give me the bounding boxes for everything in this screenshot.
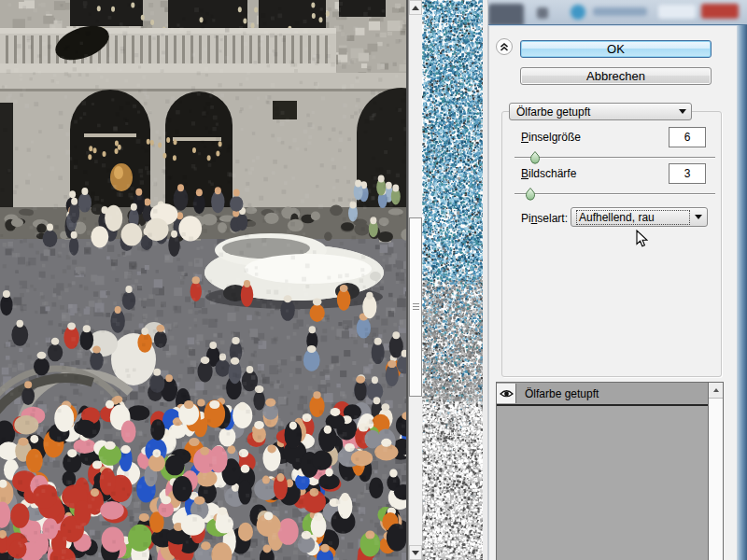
arrow-up-icon xyxy=(713,388,719,392)
browser-avatar-icon xyxy=(571,5,585,20)
sharpness-label: Bildschärfe xyxy=(521,167,576,180)
scroll-up-button[interactable] xyxy=(409,0,422,15)
preview-canvas[interactable] xyxy=(0,0,408,560)
scroll-up-button[interactable] xyxy=(709,383,723,399)
slider-thumb[interactable] xyxy=(529,151,540,164)
effects-scrollbar[interactable] xyxy=(708,383,723,560)
filter-preview-pane[interactable] xyxy=(0,0,408,560)
chevron-down-icon xyxy=(679,109,686,114)
slider-thumb[interactable] xyxy=(526,188,536,201)
slider-track[interactable] xyxy=(514,157,715,158)
browser-tab xyxy=(488,4,524,24)
filter-dialog-panel: OK Abbrechen Ölfarbe getupft Pinselgröße… xyxy=(488,24,747,560)
background-noise-texture xyxy=(422,0,483,560)
visibility-toggle[interactable] xyxy=(497,384,516,403)
brush-type-dropdown[interactable]: Aufhellend, rau xyxy=(571,207,708,227)
brush-size-input[interactable]: 6 xyxy=(669,127,706,147)
scroll-down-button[interactable] xyxy=(409,545,422,560)
double-chevron-up-icon xyxy=(499,41,510,52)
preview-scrollbar[interactable] xyxy=(408,0,422,560)
sharpness-input[interactable]: 3 xyxy=(669,163,706,184)
brush-type-value: Aufhellend, rau xyxy=(576,210,690,225)
filter-select-value: Ölfarbe getupft xyxy=(516,105,590,119)
screenshot-root: { "colors": { "panel_bg": "#f1f1f1", "ok… xyxy=(0,0,747,560)
effect-row[interactable]: Ölfarbe getupft xyxy=(497,383,708,406)
background-browser-chrome xyxy=(488,0,747,24)
arrow-up-icon xyxy=(412,6,419,10)
brush-size-label: Pinselgröße xyxy=(521,131,581,144)
cancel-button[interactable]: Abbrechen xyxy=(520,67,712,85)
chevron-down-icon xyxy=(695,215,702,219)
browser-red-element xyxy=(701,4,739,19)
dropdown-arrow-zone xyxy=(690,209,706,225)
scrollbar-grip-icon xyxy=(413,303,419,311)
browser-button-blur xyxy=(658,5,696,19)
sharpness-slider[interactable] xyxy=(514,187,715,202)
dropdown-arrow-zone xyxy=(674,105,690,119)
eye-icon xyxy=(500,389,514,399)
browser-text-blur xyxy=(593,7,647,16)
ok-button[interactable]: OK xyxy=(520,40,712,58)
slider-track[interactable] xyxy=(514,193,715,194)
mouse-cursor-icon xyxy=(636,230,648,247)
brush-type-label: Pinselart: xyxy=(521,212,568,225)
window-border-right xyxy=(737,25,747,560)
arrow-down-icon xyxy=(412,551,419,555)
applied-effects-list[interactable]: Ölfarbe getupft xyxy=(496,382,724,560)
effect-name: Ölfarbe getupft xyxy=(516,387,599,400)
filter-select-dropdown[interactable]: Ölfarbe getupft xyxy=(509,103,692,120)
browser-icon xyxy=(537,7,548,19)
scrollbar-thumb[interactable] xyxy=(409,217,422,397)
collapse-panel-button[interactable] xyxy=(496,38,513,55)
